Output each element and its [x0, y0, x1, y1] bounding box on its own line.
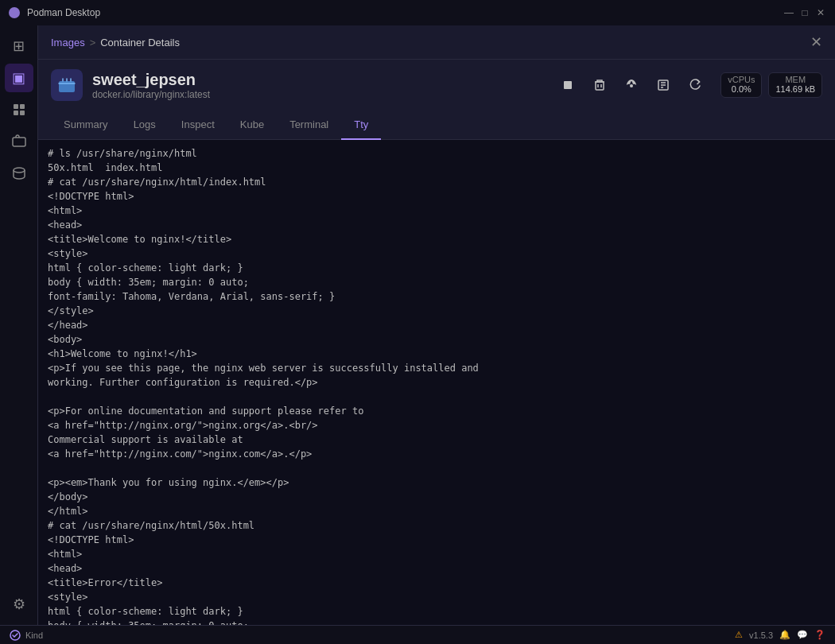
tab-logs[interactable]: Logs — [121, 111, 169, 140]
sidebar: ⊞ ▣ ⚙ — [0, 25, 38, 625]
terminal-output: # ls /usr/share/nginx/html 50x.html inde… — [48, 146, 825, 625]
tab-tty[interactable]: Tty — [341, 111, 381, 140]
statusbar: Kind ⚠ v1.5.3 🔔 💬 ❓ — [0, 625, 835, 644]
cpu-badge: vCPUs 0.0% — [720, 72, 762, 98]
svg-rect-3 — [14, 111, 18, 115]
statusbar-right: ⚠ v1.5.3 🔔 💬 ❓ — [735, 630, 825, 640]
mem-value: 114.69 kB — [775, 84, 815, 94]
chat-icon[interactable]: 💬 — [797, 630, 808, 640]
sidebar-item-volumes[interactable] — [5, 159, 33, 188]
maximize-button[interactable]: □ — [798, 6, 811, 19]
kind-icon — [10, 630, 21, 641]
svg-rect-1 — [14, 104, 18, 109]
stop-button[interactable] — [555, 72, 581, 98]
container-name: sweet_jepsen — [92, 71, 546, 89]
tab-inspect[interactable]: Inspect — [169, 111, 227, 140]
content-area: Images > Container Details ✕ sweet_jepse… — [38, 25, 835, 625]
close-button[interactable]: ✕ — [814, 6, 827, 19]
export-button[interactable] — [651, 72, 676, 98]
container-header: sweet_jepsen docker.io/library/nginx:lat… — [38, 60, 835, 111]
tab-terminal[interactable]: Terminal — [277, 111, 341, 140]
sidebar-item-images[interactable] — [5, 127, 33, 156]
sidebar-bottom: ⚙ — [5, 590, 33, 619]
statusbar-left: Kind — [10, 630, 43, 641]
svg-point-12 — [630, 84, 633, 87]
titlebar: Podman Desktop — □ ✕ — [0, 0, 835, 25]
panel-close-button[interactable]: ✕ — [810, 33, 822, 51]
help-icon[interactable]: ❓ — [814, 630, 825, 640]
warning-icon: ⚠ — [735, 630, 743, 640]
window-controls: — □ ✕ — [783, 6, 827, 19]
version-label: v1.5.3 — [749, 630, 773, 640]
svg-rect-4 — [20, 111, 25, 115]
tabs: Summary Logs Inspect Kube Terminal Tty — [38, 111, 835, 140]
statusbar-kind: Kind — [25, 630, 43, 640]
cpu-value: 0.0% — [728, 84, 755, 94]
breadcrumb-bar: Images > Container Details ✕ — [38, 25, 835, 60]
mem-label: MEM — [775, 75, 815, 84]
main-layout: ⊞ ▣ ⚙ Ima — [0, 25, 835, 625]
mem-badge: MEM 114.69 kB — [768, 72, 822, 98]
sidebar-item-pods[interactable] — [5, 95, 33, 124]
app-icon — [8, 6, 21, 19]
container-icon — [51, 69, 83, 101]
refresh-button[interactable] — [682, 72, 708, 98]
resource-badges: vCPUs 0.0% MEM 114.69 kB — [720, 72, 822, 98]
container-image: docker.io/library/nginx:latest — [92, 89, 546, 100]
svg-rect-7 — [59, 81, 75, 92]
sidebar-item-settings[interactable]: ⚙ — [5, 590, 33, 619]
sidebar-item-dashboard[interactable]: ⊞ — [5, 32, 33, 60]
cpu-label: vCPUs — [728, 75, 755, 84]
breadcrumb-images-link[interactable]: Images — [51, 37, 85, 48]
app-title: Podman Desktop — [27, 7, 776, 18]
svg-rect-2 — [20, 104, 25, 109]
deploy-button[interactable] — [619, 72, 644, 98]
tab-kube[interactable]: Kube — [227, 111, 277, 140]
svg-point-0 — [9, 7, 20, 18]
breadcrumb-current: Container Details — [100, 37, 180, 48]
svg-rect-5 — [13, 138, 25, 146]
minimize-button[interactable]: — — [783, 6, 795, 19]
tab-summary[interactable]: Summary — [51, 111, 121, 140]
terminal-area[interactable]: # ls /usr/share/nginx/html 50x.html inde… — [38, 140, 835, 625]
container-actions: vCPUs 0.0% MEM 114.69 kB — [555, 72, 822, 98]
container-info: sweet_jepsen docker.io/library/nginx:lat… — [92, 71, 546, 100]
delete-button[interactable] — [587, 72, 612, 98]
notification-bell-icon[interactable]: 🔔 — [779, 630, 790, 640]
breadcrumb-separator: > — [90, 37, 96, 48]
sidebar-item-containers[interactable]: ▣ — [5, 64, 33, 92]
svg-rect-9 — [596, 82, 604, 90]
svg-rect-8 — [564, 81, 572, 89]
svg-point-6 — [14, 168, 25, 173]
